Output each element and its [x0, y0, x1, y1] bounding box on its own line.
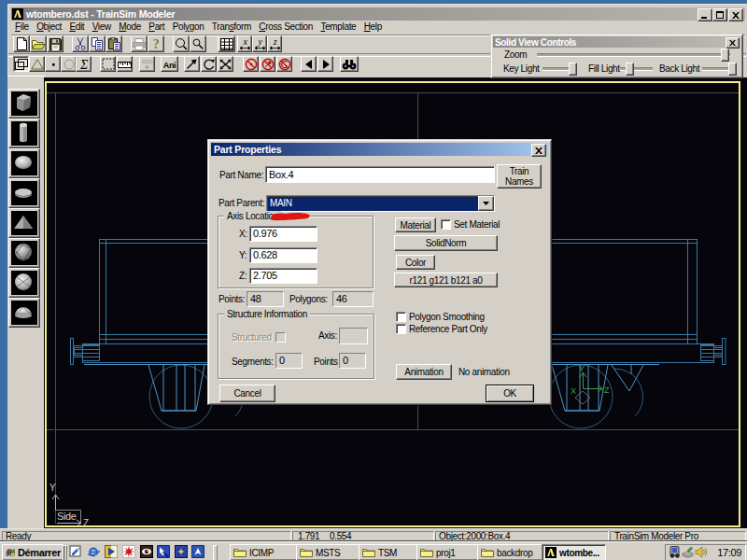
- minimize-button[interactable]: [698, 8, 712, 21]
- axis-x-value: 0.976: [250, 227, 317, 239]
- menu-help[interactable]: Help: [364, 21, 382, 34]
- part-name-field[interactable]: Box.4: [265, 166, 495, 183]
- menu-mode[interactable]: Mode: [119, 21, 141, 34]
- menu-object[interactable]: Object: [36, 21, 62, 34]
- new-button[interactable]: [13, 35, 30, 52]
- axis-z-button[interactable]: z: [267, 35, 282, 52]
- shape-box-button[interactable]: [8, 89, 40, 119]
- status-coord-2: 0.554: [330, 532, 351, 541]
- sigma-button[interactable]: Σ: [76, 56, 92, 72]
- axis-x-icon: x: [239, 37, 251, 50]
- dropdown-arrow-button[interactable]: [478, 196, 494, 211]
- axis-z-field[interactable]: 2.705: [249, 268, 317, 284]
- axis-y-field[interactable]: 0.628: [249, 247, 317, 263]
- svg-text:Σ: Σ: [79, 58, 89, 71]
- box-mode-button[interactable]: [13, 56, 29, 72]
- task-button[interactable]: TSM: [359, 544, 422, 560]
- no-move-button[interactable]: [260, 56, 275, 72]
- triangle-mode-button[interactable]: [29, 56, 45, 72]
- svc-back-light-slider-thumb[interactable]: [728, 63, 737, 76]
- maximize-button[interactable]: [712, 8, 727, 21]
- shape-dome-button[interactable]: [8, 298, 40, 328]
- zoom-in-button[interactable]: [173, 35, 190, 52]
- scale-button[interactable]: [218, 56, 233, 72]
- menu-view[interactable]: View: [92, 21, 111, 34]
- grid-button[interactable]: [218, 35, 235, 52]
- save-button[interactable]: [47, 35, 63, 52]
- structured-checkbox[interactable]: [275, 332, 286, 343]
- copy-button[interactable]: [89, 35, 106, 52]
- svc-zoom-slider[interactable]: [537, 53, 730, 57]
- menu-template[interactable]: Template: [320, 21, 356, 34]
- shape-sphere-hi-button[interactable]: [8, 238, 40, 268]
- menu-polygon[interactable]: Polygon: [173, 21, 204, 34]
- svc-key-light-slider-thumb[interactable]: [569, 63, 577, 76]
- ok-button[interactable]: OK: [486, 385, 534, 402]
- print-button[interactable]: [131, 35, 148, 52]
- menu-edit[interactable]: Edit: [69, 21, 84, 34]
- train-names-button[interactable]: Train Names: [497, 164, 542, 189]
- no-point-icon: [245, 58, 258, 71]
- zoom-out-button[interactable]: [190, 35, 206, 52]
- circle-mode-icon: [63, 59, 76, 70]
- reference-part-only-checkbox[interactable]: [396, 324, 406, 334]
- rotate-button[interactable]: [201, 56, 217, 72]
- segments-value: 0: [276, 354, 302, 366]
- ruler-button[interactable]: [117, 56, 133, 72]
- point-mode-button[interactable]: [45, 56, 61, 72]
- svc-fill-light-slider-thumb[interactable]: [626, 63, 634, 76]
- next-button[interactable]: [317, 56, 333, 72]
- shape-cylinder-button[interactable]: [8, 119, 40, 148]
- dialog-title-bar[interactable]: Part Properties: [211, 143, 548, 156]
- task-button[interactable]: proj1: [416, 544, 482, 560]
- tray-device-icon[interactable]: [669, 546, 681, 558]
- menu-transform[interactable]: Transform: [212, 21, 251, 34]
- find-button[interactable]: [340, 56, 359, 72]
- cut-button[interactable]: [72, 35, 89, 52]
- open-button[interactable]: [30, 35, 47, 52]
- set-material-checkbox[interactable]: [441, 219, 451, 230]
- no-rotate-button[interactable]: [276, 56, 292, 72]
- cancel-button[interactable]: Cancel: [219, 385, 275, 402]
- move-arrow-button[interactable]: [184, 56, 200, 72]
- tray-clock[interactable]: 17:09: [717, 547, 741, 558]
- svc-close-button[interactable]: [726, 37, 740, 49]
- axis-x-button[interactable]: x: [237, 35, 252, 52]
- menu-part[interactable]: Part: [148, 21, 164, 34]
- shape-wedge-button[interactable]: [8, 208, 40, 238]
- task-label: proj1: [436, 548, 456, 558]
- add-button[interactable]: ADD: [139, 56, 155, 72]
- task-button[interactable]: backdrop: [477, 544, 544, 560]
- polygon-smoothing-label: Polygon Smoothing: [409, 312, 485, 322]
- menu-file[interactable]: File: [15, 21, 29, 34]
- shape-sphere-lo-button[interactable]: [8, 268, 40, 298]
- task-button[interactable]: wtombe...: [542, 544, 606, 560]
- close-button[interactable]: [728, 8, 743, 21]
- prev-icon: [304, 60, 314, 69]
- tray-print-queue-icon[interactable]: [682, 546, 694, 558]
- title-bar[interactable]: wtombero.dst - TrainSim Modeler: [11, 7, 745, 21]
- axis-x-field[interactable]: 0.976: [249, 226, 317, 242]
- color-button[interactable]: Color: [396, 255, 435, 270]
- material-button[interactable]: Material: [395, 217, 436, 232]
- task-button[interactable]: MSTS: [296, 544, 361, 560]
- select-rect-button[interactable]: [100, 56, 116, 72]
- ani-button[interactable]: Ani: [161, 56, 178, 72]
- svc-zoom-slider-thumb[interactable]: [721, 49, 729, 62]
- task-button[interactable]: ICIMP: [230, 544, 298, 560]
- help-button[interactable]: ?: [148, 35, 164, 52]
- svc-title-bar[interactable]: Solid View Controls: [493, 36, 740, 48]
- animation-button[interactable]: Animation: [396, 364, 452, 380]
- paste-button[interactable]: [106, 35, 122, 52]
- part-name-label: Part Name:: [219, 170, 263, 180]
- shape-ellipsoid-button[interactable]: [8, 148, 40, 178]
- dialog-close-button[interactable]: [531, 144, 546, 157]
- menu-cross-section[interactable]: Cross Section: [259, 21, 313, 34]
- axis-y-button[interactable]: y: [252, 35, 267, 52]
- polygon-smoothing-checkbox[interactable]: [396, 312, 406, 322]
- circle-mode-button[interactable]: [61, 56, 77, 72]
- prev-button[interactable]: [301, 56, 317, 72]
- shape-disc-button[interactable]: [8, 178, 40, 208]
- tray-volume-icon[interactable]: [695, 546, 707, 558]
- no-point-button[interactable]: [243, 56, 259, 72]
